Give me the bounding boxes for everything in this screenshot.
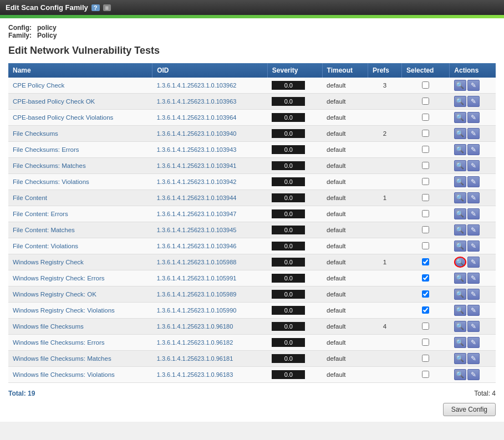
row-name[interactable]: File Checksums: Matches <box>8 158 152 174</box>
row-oid[interactable]: 1.3.6.1.4.1.25623.1.0.103962 <box>152 78 268 94</box>
row-selected[interactable] <box>402 351 450 367</box>
row-oid[interactable]: 1.3.6.1.4.1.25623.1.0.103941 <box>152 158 268 174</box>
row-oid[interactable]: 1.3.6.1.4.1.25623.1.0.105991 <box>152 270 268 286</box>
action-edit-button[interactable]: ✎ <box>467 257 480 268</box>
action-details-button[interactable]: 🔍 <box>454 128 466 139</box>
action-edit-button[interactable]: ✎ <box>467 128 480 139</box>
row-oid[interactable]: 1.3.6.1.4.1.25623.1.0.103943 <box>152 142 268 158</box>
row-oid[interactable]: 1.3.6.1.4.1.25623.1.0.96181 <box>152 351 268 367</box>
row-selected[interactable] <box>402 190 450 206</box>
row-selected[interactable] <box>402 335 450 351</box>
action-details-button[interactable]: 🔍 <box>454 192 466 203</box>
row-name[interactable]: Windows Registry Check: OK <box>8 286 152 303</box>
row-name[interactable]: File Checksums: Violations <box>8 174 152 190</box>
action-details-button[interactable]: 🔍 <box>454 208 466 219</box>
action-details-button[interactable]: 🔍 <box>454 305 466 316</box>
row-oid[interactable]: 1.3.6.1.4.1.25623.1.0.105989 <box>152 286 268 303</box>
row-selected[interactable] <box>402 78 450 94</box>
row-name[interactable]: Windows Registry Check <box>8 254 152 270</box>
row-name[interactable]: File Checksums: Errors <box>8 142 152 158</box>
row-name[interactable]: File Content <box>8 190 152 206</box>
row-selected[interactable] <box>402 222 450 238</box>
selected-checkbox[interactable] <box>422 258 429 265</box>
action-edit-button[interactable]: ✎ <box>467 112 480 123</box>
row-selected[interactable] <box>402 110 450 126</box>
row-selected[interactable] <box>402 142 450 158</box>
row-selected[interactable] <box>402 94 450 110</box>
row-selected[interactable] <box>402 238 450 254</box>
row-name[interactable]: Windows file Checksums: Matches <box>8 351 152 367</box>
row-name[interactable]: Windows file Checksums <box>8 319 152 335</box>
selected-checkbox[interactable] <box>422 226 429 233</box>
row-name[interactable]: File Content: Matches <box>8 222 152 238</box>
action-details-button[interactable]: 🔍 <box>454 176 466 187</box>
action-details-button[interactable]: 🔍 <box>454 321 466 332</box>
help-icon[interactable]: ? <box>91 4 100 11</box>
row-name[interactable]: CPE-based Policy Check Violations <box>8 110 152 126</box>
row-oid[interactable]: 1.3.6.1.4.1.25623.1.0.103940 <box>152 126 268 142</box>
row-oid[interactable]: 1.3.6.1.4.1.25623.1.0.103947 <box>152 206 268 222</box>
row-selected[interactable] <box>402 206 450 222</box>
selected-checkbox[interactable] <box>422 339 429 346</box>
row-selected[interactable] <box>402 319 450 335</box>
save-config-button[interactable]: Save Config <box>443 403 496 416</box>
action-edit-button[interactable]: ✎ <box>467 337 480 348</box>
action-details-button[interactable]: 🔍 <box>454 241 466 252</box>
action-details-button[interactable]: 🔍 <box>454 96 466 107</box>
row-name[interactable]: CPE-based Policy Check OK <box>8 94 152 110</box>
action-details-button[interactable]: 🔍 <box>454 369 466 380</box>
action-edit-button[interactable]: ✎ <box>467 321 480 332</box>
action-details-button[interactable]: 🔍 <box>454 257 466 268</box>
row-oid[interactable]: 1.3.6.1.4.1.25623.1.0.105990 <box>152 303 268 319</box>
action-edit-button[interactable]: ✎ <box>467 289 480 300</box>
action-edit-button[interactable]: ✎ <box>467 224 480 236</box>
selected-checkbox[interactable] <box>422 146 429 153</box>
action-edit-button[interactable]: ✎ <box>467 353 480 364</box>
row-name[interactable]: Windows file Checksums: Errors <box>8 335 152 351</box>
selected-checkbox[interactable] <box>422 274 429 282</box>
row-name[interactable]: File Checksums <box>8 126 152 142</box>
row-oid[interactable]: 1.3.6.1.4.1.25623.1.0.103945 <box>152 222 268 238</box>
action-details-button[interactable]: 🔍 <box>454 160 466 171</box>
action-details-button[interactable]: 🔍 <box>454 112 466 123</box>
action-edit-button[interactable]: ✎ <box>467 192 480 203</box>
row-selected[interactable] <box>402 174 450 190</box>
selected-checkbox[interactable] <box>422 242 429 249</box>
action-edit-button[interactable]: ✎ <box>467 80 480 91</box>
row-name[interactable]: File Content: Errors <box>8 206 152 222</box>
row-oid[interactable]: 1.3.6.1.4.1.25623.1.0.103963 <box>152 94 268 110</box>
row-name[interactable]: File Content: Violations <box>8 238 152 254</box>
selected-checkbox[interactable] <box>422 371 429 378</box>
action-details-button[interactable]: 🔍 <box>454 273 466 284</box>
selected-checkbox[interactable] <box>422 130 429 137</box>
row-oid[interactable]: 1.3.6.1.4.1.25623.1.0.103964 <box>152 110 268 126</box>
row-selected[interactable] <box>402 303 450 319</box>
row-name[interactable]: Windows Registry Check: Violations <box>8 303 152 319</box>
selected-checkbox[interactable] <box>422 178 429 185</box>
selected-checkbox[interactable] <box>422 114 429 121</box>
row-selected[interactable] <box>402 254 450 270</box>
row-oid[interactable]: 1.3.6.1.4.1.25623.1.0.96182 <box>152 335 268 351</box>
action-edit-button[interactable]: ✎ <box>467 273 480 284</box>
action-edit-button[interactable]: ✎ <box>467 96 480 107</box>
row-oid[interactable]: 1.3.6.1.4.1.25623.1.0.96180 <box>152 319 268 335</box>
row-selected[interactable] <box>402 270 450 286</box>
selected-checkbox[interactable] <box>422 98 429 105</box>
action-details-button[interactable]: 🔍 <box>454 144 466 155</box>
action-edit-button[interactable]: ✎ <box>467 160 480 171</box>
action-details-button[interactable]: 🔍 <box>454 224 466 236</box>
menu-icon[interactable]: ≡ <box>103 4 111 11</box>
row-selected[interactable] <box>402 158 450 174</box>
row-selected[interactable] <box>402 126 450 142</box>
selected-checkbox[interactable] <box>422 290 429 298</box>
row-oid[interactable]: 1.3.6.1.4.1.25623.1.0.103944 <box>152 190 268 206</box>
action-details-button[interactable]: 🔍 <box>454 80 466 91</box>
selected-checkbox[interactable] <box>422 355 429 362</box>
action-edit-button[interactable]: ✎ <box>467 369 480 380</box>
selected-checkbox[interactable] <box>422 306 429 314</box>
selected-checkbox[interactable] <box>422 194 429 201</box>
selected-checkbox[interactable] <box>422 210 429 217</box>
action-edit-button[interactable]: ✎ <box>467 144 480 155</box>
action-details-button[interactable]: 🔍 <box>454 337 466 348</box>
row-selected[interactable] <box>402 286 450 303</box>
